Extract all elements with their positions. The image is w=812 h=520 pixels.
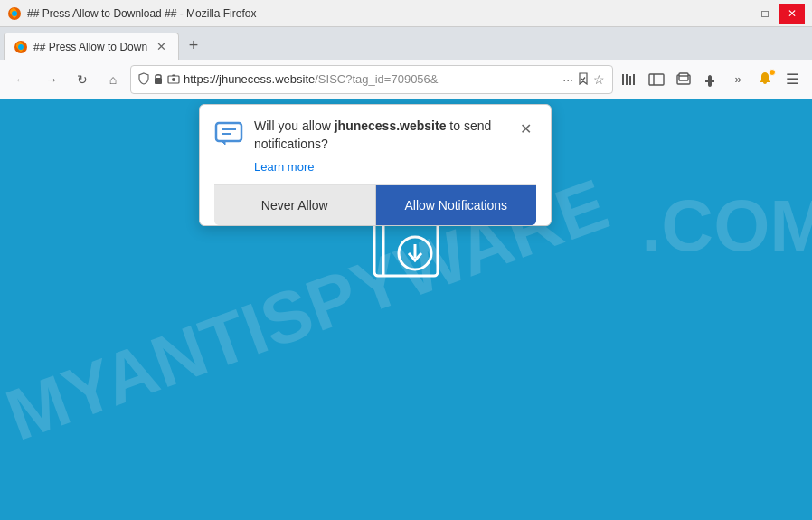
- popup-close-button[interactable]: ✕: [515, 118, 536, 139]
- titlebar-left: ## Press Allow to Download ## - Mozilla …: [7, 6, 256, 21]
- bookmark-check-icon[interactable]: [577, 72, 590, 87]
- notification-bell-icon[interactable]: [752, 67, 778, 92]
- main-content: MYANTISPYWARE .COM y click Allow to down…: [0, 99, 812, 520]
- svg-rect-11: [649, 74, 664, 85]
- popup-chat-icon: [214, 119, 243, 148]
- popup-buttons: Never Allow Allow Notifications: [214, 184, 536, 225]
- tab-close-button[interactable]: ✕: [153, 39, 169, 55]
- titlebar: ## Press Allow to Download ## - Mozilla …: [0, 0, 812, 27]
- popup-message: Will you allow jhunecess.website to send…: [254, 118, 504, 153]
- svg-rect-7: [622, 74, 624, 85]
- svg-rect-21: [216, 123, 241, 141]
- camera-icon: [167, 73, 180, 86]
- svg-rect-8: [626, 74, 628, 85]
- address-more-icon[interactable]: ···: [562, 72, 573, 87]
- toolbar-icons: » ☰: [617, 67, 805, 92]
- url-path: /SISC?tag_id=709056&: [315, 72, 438, 86]
- svg-point-1: [12, 11, 17, 16]
- home-button[interactable]: ⌂: [99, 66, 127, 93]
- address-text: https://jhunecess.website/SISC?tag_id=70…: [184, 72, 559, 86]
- tabbar: ## Press Allow to Down ✕ +: [0, 27, 812, 60]
- svg-point-6: [172, 78, 175, 81]
- popup-message-part1: Will you allow: [254, 118, 335, 133]
- tab-title: ## Press Allow to Down: [33, 41, 147, 53]
- svg-rect-10: [633, 74, 635, 85]
- back-button[interactable]: ←: [7, 66, 34, 93]
- svg-rect-9: [629, 76, 631, 85]
- more-tools-icon[interactable]: »: [725, 67, 751, 92]
- popup-header: Will you allow jhunecess.website to send…: [214, 118, 536, 153]
- menu-icon[interactable]: ☰: [779, 67, 805, 92]
- address-bar[interactable]: https://jhunecess.website/SISC?tag_id=70…: [130, 65, 613, 94]
- watermark-right: .COM: [641, 184, 812, 268]
- svg-rect-4: [155, 78, 162, 84]
- close-button[interactable]: ✕: [779, 4, 805, 24]
- titlebar-controls: – □ ✕: [725, 4, 805, 24]
- maximize-button[interactable]: □: [752, 4, 778, 24]
- sidebar-toggle-icon[interactable]: [644, 67, 669, 92]
- popup-learn-more-link[interactable]: Learn more: [254, 160, 536, 174]
- reload-button[interactable]: ↻: [69, 66, 96, 93]
- minimize-button[interactable]: –: [725, 4, 751, 24]
- notification-dot: [769, 69, 776, 76]
- synced-tabs-icon[interactable]: [671, 67, 696, 92]
- never-allow-button[interactable]: Never Allow: [214, 185, 376, 225]
- allow-notifications-button[interactable]: Allow Notifications: [376, 185, 537, 225]
- shield-icon: [138, 72, 149, 87]
- forward-button[interactable]: →: [38, 66, 65, 93]
- popup-domain: jhunecess.website: [335, 118, 447, 133]
- titlebar-title: ## Press Allow to Download ## - Mozilla …: [27, 7, 256, 20]
- new-tab-button[interactable]: +: [181, 33, 206, 58]
- star-icon[interactable]: ☆: [593, 72, 605, 87]
- active-tab[interactable]: ## Press Allow to Down ✕: [4, 33, 179, 60]
- notification-popup: Will you allow jhunecess.website to send…: [199, 104, 552, 226]
- library-icon[interactable]: [617, 67, 642, 92]
- extensions-icon[interactable]: [698, 67, 723, 92]
- svg-point-3: [18, 44, 24, 50]
- tab-favicon-icon: [14, 40, 28, 54]
- navbar: ← → ↻ ⌂ https://jhunecess.website/SISC: [0, 60, 812, 99]
- svg-rect-14: [679, 73, 688, 80]
- lock-icon: [153, 72, 164, 87]
- firefox-icon: [7, 6, 22, 21]
- url-domain: https://jhunecess.website: [184, 72, 315, 86]
